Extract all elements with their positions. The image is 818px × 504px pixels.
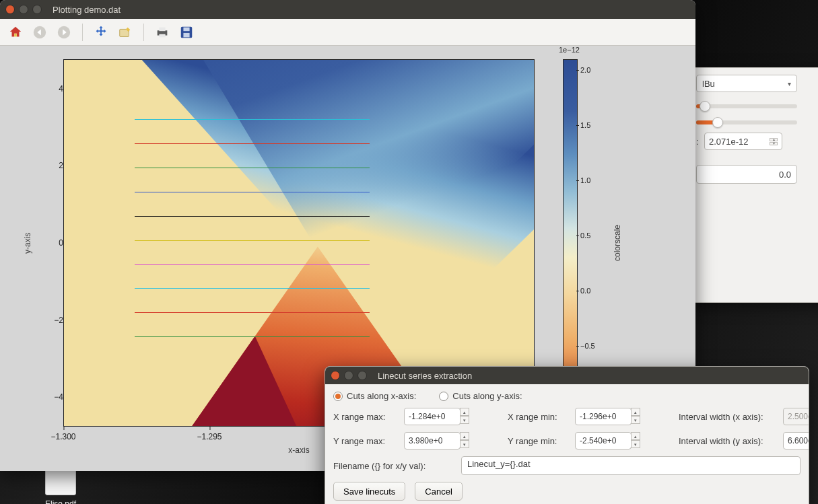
radio-cuts-y-label: Cuts along y-axis: — [452, 391, 522, 401]
svg-rect-8 — [183, 27, 189, 31]
svg-rect-9 — [183, 32, 189, 36]
linecut-line — [135, 288, 370, 289]
plot-window-title: Plotting demo.dat — [53, 5, 121, 15]
dialog-titlebar[interactable]: Linecut series extraction — [325, 367, 809, 384]
y-axis-ticks: 4 2 0 −2 −4 — [36, 59, 63, 427]
plot-toolbar — [0, 19, 695, 46]
y-tick: 0 — [36, 238, 63, 248]
forward-icon[interactable] — [55, 24, 73, 41]
interval-x-input: 2.500e-03 — [783, 408, 809, 425]
spinner-icon[interactable]: ▴▾ — [631, 408, 640, 425]
edit-icon[interactable] — [116, 24, 134, 41]
field-label-trunc: : — [696, 137, 702, 147]
y-tick: 2 — [36, 161, 63, 170]
numeric-input-1-value: 2.071e-12 — [709, 137, 749, 147]
linecut-line — [135, 168, 370, 168]
spinner-icon[interactable]: ▴▾ — [631, 432, 640, 449]
cancel-button[interactable]: Cancel — [415, 482, 462, 501]
y-tick: −2 — [36, 316, 63, 325]
y-axis-label: y-axis — [23, 59, 34, 427]
cb-tick: −0.5 — [580, 342, 595, 350]
cb-tick: 2.0 — [580, 66, 590, 74]
colorbar-exponent: 1e−12 — [559, 46, 580, 54]
linecut-line — [135, 336, 370, 337]
slider-1[interactable] — [696, 104, 797, 108]
y-range-min-input[interactable]: -2.540e+0 — [575, 432, 632, 449]
filename-label: Filename ({} for x/y val): — [333, 461, 452, 471]
spinner-icon[interactable]: ▴▾ — [770, 138, 778, 145]
svg-rect-5 — [159, 27, 165, 31]
x-range-min-label: X range min: — [508, 412, 575, 422]
linecut-dialog: Linecut series extraction Cuts along x-a… — [325, 366, 809, 504]
linecut-line — [135, 143, 370, 144]
colormap-select[interactable]: lBu ▾ — [696, 75, 797, 92]
y-range-max-input[interactable]: 3.980e+0 — [404, 432, 461, 449]
y-range-min-label: Y range min: — [508, 436, 575, 446]
y-range-max-label: Y range max: — [333, 436, 404, 446]
cb-tick: 0.5 — [580, 231, 590, 240]
interval-y-input[interactable]: 6.600e-01 — [783, 432, 809, 449]
radio-cuts-x-label: Cuts along x-axis: — [347, 391, 416, 401]
spinner-icon[interactable]: ▴▾ — [460, 432, 469, 449]
maximize-icon[interactable] — [32, 5, 42, 14]
numeric-input-1[interactable]: 2.071e-12 ▴▾ — [704, 133, 782, 150]
chevron-down-icon: ▾ — [788, 80, 791, 87]
linecut-line — [135, 192, 370, 192]
interval-y-label: Interval width (y axis): — [679, 436, 783, 446]
slider-2[interactable] — [696, 120, 797, 124]
home-icon[interactable] — [7, 24, 24, 41]
linecut-line — [135, 240, 370, 241]
back-icon[interactable] — [31, 24, 48, 41]
svg-rect-6 — [159, 34, 165, 37]
numeric-input-2-value: 0.0 — [779, 170, 791, 180]
minimize-icon[interactable] — [344, 371, 353, 380]
move-icon[interactable] — [92, 24, 110, 41]
svg-rect-0 — [14, 33, 17, 36]
x-tick: −1.300 — [50, 432, 75, 441]
y-tick: −4 — [36, 392, 63, 402]
colormap-select-value: lBu — [702, 79, 715, 89]
spinner-icon[interactable]: ▴▾ — [460, 408, 469, 425]
x-range-max-label: X range max: — [333, 412, 404, 422]
desktop-file-label: Elise.pdf — [37, 499, 84, 504]
cb-tick: 1.0 — [580, 176, 590, 184]
cb-tick: 0.0 — [580, 287, 590, 295]
printer-icon[interactable] — [154, 24, 171, 41]
save-linecuts-button[interactable]: Save linecuts — [333, 482, 405, 501]
radio-cuts-y[interactable]: Cuts along y-axis: — [439, 391, 522, 401]
linecut-line — [135, 312, 370, 313]
plot-window-titlebar[interactable]: Plotting demo.dat — [0, 0, 695, 19]
radio-cuts-x[interactable]: Cuts along x-axis: — [333, 391, 416, 401]
cb-tick: 1.5 — [580, 121, 590, 129]
y-tick: 4 — [36, 84, 63, 94]
slider-thumb-icon[interactable] — [700, 101, 710, 112]
interval-x-label: Interval width (x axis): — [679, 412, 783, 422]
save-icon[interactable] — [178, 24, 195, 41]
dialog-title: Linecut series extraction — [378, 371, 472, 381]
close-icon[interactable] — [5, 5, 15, 14]
maximize-icon[interactable] — [357, 371, 367, 380]
numeric-input-2[interactable]: 0.0 — [696, 165, 797, 184]
settings-panel: lBu ▾ : 2.071e-12 ▴▾ 0.0 — [690, 67, 818, 303]
filename-input[interactable]: Linecut_y={}.dat — [461, 456, 800, 475]
close-icon[interactable] — [331, 371, 340, 380]
minimize-icon[interactable] — [19, 5, 28, 14]
filename-input-value: Linecut_y={}.dat — [467, 459, 531, 469]
slider-thumb-icon[interactable] — [712, 117, 723, 128]
x-tick: −1.295 — [197, 432, 221, 441]
x-range-max-input[interactable]: -1.284e+0 — [404, 408, 461, 425]
radio-icon — [439, 392, 448, 401]
linecut-line — [135, 119, 370, 120]
x-range-min-input[interactable]: -1.296e+0 — [575, 408, 632, 425]
linecut-line — [135, 264, 370, 265]
radio-icon — [333, 392, 343, 401]
linecut-line — [135, 216, 370, 217]
